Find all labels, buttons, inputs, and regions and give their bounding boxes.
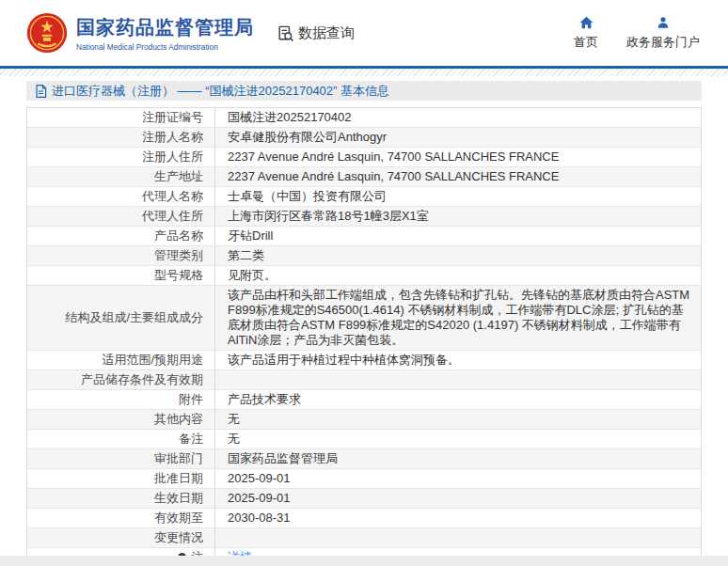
table-row: 结构及组成/主要组成成分 该产品由杆和头部工作端组成，包含先锋钻和扩孔钻。先锋钻… (27, 286, 701, 351)
nav-home[interactable]: 首页 (574, 16, 598, 51)
document-icon (35, 85, 47, 98)
data-query-tab[interactable]: 数据查询 (277, 24, 355, 42)
row-value: 2025-09-01 (215, 469, 701, 488)
row-label: 批准日期 (27, 469, 215, 488)
row-label: 生产地址 (27, 167, 215, 186)
nav-home-label: 首页 (574, 34, 598, 51)
data-query-icon (277, 24, 294, 42)
table-row: 注册人名称 安卓健股份有限公司Anthogyr (27, 128, 701, 148)
row-label: 注册人住所 (27, 148, 215, 166)
main-content: 进口医疗器械（注册） —— “国械注进20252170402” 基本信息 注册证… (0, 81, 728, 566)
row-label: 适用范围/预期用途 (27, 351, 215, 369)
row-label: 其他内容 (27, 410, 215, 429)
table-row: 注册证编号 国械注进20252170402 (27, 108, 701, 128)
row-label: 型号规格 (27, 266, 215, 285)
table-row: 代理人名称 士卓曼（中国）投资有限公司 (27, 187, 701, 207)
row-value: 2025-09-01 (215, 489, 701, 508)
row-label: 生效日期 (27, 489, 215, 508)
row-value: 士卓曼（中国）投资有限公司 (215, 187, 701, 206)
home-icon (579, 16, 593, 29)
row-value: 上海市闵行区春常路18号1幢3层X1室 (215, 207, 701, 226)
table-row: 备注 无 (27, 430, 701, 449)
site-header: 国家药品监督管理局 National Medical Products Admi… (0, 0, 728, 66)
row-label-text: 产品名称 (154, 228, 203, 244)
table-row: 附件 产品技术要求 (27, 390, 701, 410)
breadcrumb: 进口医疗器械（注册） —— “国械注进20252170402” 基本信息 (26, 81, 702, 101)
row-label: 管理类别 (27, 246, 215, 265)
row-label-text: 其他内容 (154, 412, 203, 427)
nav-portal[interactable]: 政务服务门户 (626, 16, 700, 51)
row-label: 有效期至 (27, 509, 215, 527)
row-label-text: 产品储存条件及有效期 (81, 372, 203, 387)
row-label: 附件 (27, 390, 215, 409)
row-label: 产品储存条件及有效期 (27, 370, 215, 389)
row-value (215, 528, 701, 547)
footer-strip (0, 556, 728, 566)
row-value: 2030-08-31 (215, 509, 701, 527)
row-label: 代理人住所 (27, 207, 215, 226)
row-label-text: 批准日期 (154, 471, 203, 486)
info-table: 注册证编号 国械注进20252170402 注册人名称 安卓健股份有限公司Ant… (26, 107, 702, 566)
row-label-text: 代理人名称 (142, 189, 203, 204)
row-value: 安卓健股份有限公司Anthogyr (215, 128, 701, 147)
table-row: 型号规格 见附页。 (27, 266, 701, 286)
table-row: 审批部门 国家药品监督管理局 (27, 449, 701, 469)
nav-portal-label: 政务服务门户 (626, 34, 700, 51)
row-value: 国械注进20252170402 (215, 108, 701, 127)
table-row: 代理人住所 上海市闵行区春常路18号1幢3层X1室 (27, 207, 701, 227)
row-label: 备注 (27, 430, 215, 448)
row-value: 第二类 (215, 246, 701, 265)
row-value: 2237 Avenue André Lasquin, 74700 SALLANC… (215, 167, 701, 186)
row-label: 变更情况 (27, 528, 215, 547)
row-value: 该产品由杆和头部工作端组成，包含先锋钻和扩孔钻。先锋钻的基底材质由符合ASTM … (215, 286, 701, 350)
row-label: 代理人名称 (27, 187, 215, 206)
row-label-text: 注册证编号 (142, 110, 203, 125)
row-label-text: 注册人住所 (142, 149, 203, 165)
row-label-text: 附件 (179, 392, 203, 407)
table-row: 生产地址 2237 Avenue André Lasquin, 74700 SA… (27, 167, 701, 187)
row-label: 注册人名称 (27, 128, 215, 147)
row-value: 该产品适用于种植过程中种植体窝洞预备。 (215, 351, 701, 369)
row-value: 2237 Avenue André Lasquin, 74700 SALLANC… (215, 148, 701, 166)
national-emblem-icon (26, 12, 68, 54)
agency-name-en: National Medical Products Administration (76, 42, 254, 52)
agency-name-zh: 国家药品监督管理局 (76, 15, 254, 40)
row-value: 产品技术要求 (215, 390, 701, 409)
row-label: 结构及组成/主要组成成分 (27, 286, 215, 350)
row-label-text: 有效期至 (154, 511, 203, 526)
row-label-text: 生产地址 (154, 169, 203, 184)
row-label-text: 生效日期 (154, 491, 203, 506)
user-icon (657, 16, 670, 29)
row-label-text: 注册人名称 (142, 130, 203, 145)
row-label-text: 备注 (179, 432, 203, 447)
table-row: 变更情况 (27, 528, 701, 548)
table-row: 适用范围/预期用途 该产品适用于种植过程中种植体窝洞预备。 (27, 351, 701, 370)
row-label-text: 变更情况 (154, 530, 203, 545)
breadcrumb-text: 进口医疗器械（注册） —— “国械注进20252170402” 基本信息 (52, 83, 389, 100)
nmpa-logo: 国家药品监督管理局 National Medical Products Admi… (26, 12, 254, 54)
row-label-text: 审批部门 (154, 451, 203, 466)
row-value: 无 (215, 430, 701, 448)
table-row: 其他内容 无 (27, 410, 701, 430)
row-value: 见附页。 (215, 266, 701, 285)
row-label-text: 管理类别 (154, 248, 203, 263)
row-label-text: 型号规格 (154, 268, 203, 283)
row-value: 牙钻Drill (215, 227, 701, 245)
agency-title-block: 国家药品监督管理局 National Medical Products Admi… (76, 15, 254, 52)
row-value: 国家药品监督管理局 (215, 449, 701, 468)
row-label-text: 结构及组成/主要组成成分 (65, 310, 203, 325)
table-row: 有效期至 2030-08-31 (27, 509, 701, 528)
row-value: 无 (215, 410, 701, 429)
row-label-text: 适用范围/预期用途 (102, 353, 203, 368)
row-label: 注册证编号 (27, 108, 215, 127)
header-nav: 首页 政务服务门户 (574, 16, 702, 51)
table-row: 产品储存条件及有效期 (27, 370, 701, 390)
data-query-label: 数据查询 (298, 24, 355, 42)
hatch-strip (0, 69, 728, 76)
table-row: 批准日期 2025-09-01 (27, 469, 701, 489)
row-label-text: 代理人住所 (142, 209, 203, 224)
table-row: 生效日期 2025-09-01 (27, 489, 701, 509)
row-label: 审批部门 (27, 449, 215, 468)
row-label: 产品名称 (27, 227, 215, 245)
table-row: 产品名称 牙钻Drill (27, 227, 701, 246)
